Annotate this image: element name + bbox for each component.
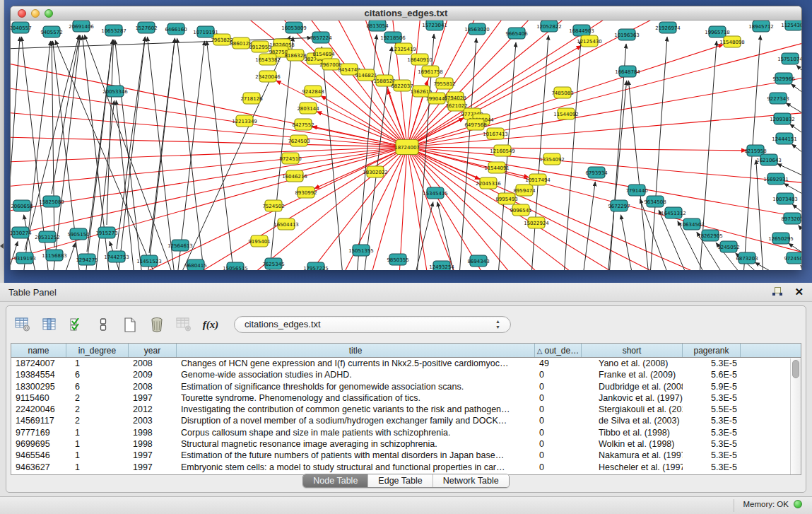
graph-node[interactable]: 13354092	[539, 153, 565, 165]
column-visibility-icon[interactable]	[40, 315, 59, 334]
graph-node[interactable]: 8813054	[366, 21, 389, 31]
graph-node[interactable]: 9724502	[784, 252, 801, 264]
graph-node[interactable]: 16844903	[569, 25, 594, 36]
graph-node[interactable]: 5905150	[67, 228, 89, 240]
graph-node[interactable]: 15692931	[763, 173, 789, 185]
graph-node[interactable]: 6497568	[464, 119, 486, 130]
new-table-icon[interactable]	[121, 315, 139, 334]
graph-node[interactable]: 7955812	[433, 78, 455, 89]
graph-node[interactable]: 9330274	[11, 227, 32, 238]
graph-node[interactable]: 1294275	[76, 254, 98, 265]
table-row[interactable]: 977716911998Corpus callosum shape and si…	[11, 427, 801, 438]
close-window-button[interactable]	[18, 9, 26, 18]
graph-node[interactable]: 12650295	[768, 233, 794, 244]
graph-node[interactable]: 19218506	[380, 32, 406, 43]
zoom-window-button[interactable]	[45, 9, 53, 18]
graph-node[interactable]: 15022924	[524, 217, 549, 228]
graph-node[interactable]: 23420046	[255, 71, 281, 82]
graph-node[interactable]: 12052822	[536, 21, 562, 32]
table-row[interactable]: 1872400712008Changes of HCN gene express…	[11, 358, 801, 369]
table-row[interactable]: 2242004622012Investigating the contribut…	[11, 404, 801, 415]
column-header-pagerank[interactable]: pagerank	[683, 344, 741, 357]
graph-node[interactable]: 7524502	[262, 200, 284, 211]
graph-node[interactable]: 9405572	[40, 26, 62, 37]
column-header-year[interactable]: year	[129, 344, 177, 357]
column-header-name[interactable]: name	[11, 344, 66, 357]
graph-node[interactable]: 11156883	[42, 250, 67, 261]
graph-node[interactable]: 11451523	[136, 255, 162, 267]
tab-network-table[interactable]: Network Table	[433, 474, 509, 487]
select-rows-icon[interactable]	[67, 315, 86, 334]
graph-node[interactable]: 8959474	[513, 185, 536, 196]
table-row[interactable]: 946362711997Embryonic stem cells: a mode…	[11, 462, 801, 473]
vertical-scrollbar[interactable]	[790, 358, 801, 474]
graph-node[interactable]: 9319193	[13, 252, 35, 264]
graph-node[interactable]: 8930992	[295, 187, 317, 198]
table-row[interactable]: 1456911722003Disruption of a novel membe…	[11, 415, 801, 426]
column-header-short[interactable]: short	[582, 344, 683, 357]
graph-node[interactable]: 8427552	[292, 119, 314, 130]
panel-splitter[interactable]	[0, 0, 4, 283]
column-header-in_degree[interactable]: in_degree	[66, 344, 129, 357]
graph-node[interactable]: 8186328	[284, 49, 306, 61]
row-height-icon[interactable]	[94, 315, 112, 334]
graph-node[interactable]: 2718126	[240, 93, 263, 104]
graph-node[interactable]: 10073483	[772, 193, 798, 204]
table-row[interactable]: 1830029562008Estimation of significance …	[11, 381, 801, 392]
graph-node[interactable]: 6466160	[165, 23, 187, 35]
column-header-title[interactable]: title	[177, 344, 535, 357]
graph-node[interactable]: 2040557	[11, 22, 32, 33]
table-settings-icon[interactable]	[13, 315, 32, 334]
graph-node[interactable]: 10196363	[614, 29, 640, 40]
graph-node[interactable]: 12093832	[770, 113, 795, 124]
graph-node[interactable]: 8995493	[495, 193, 517, 204]
graph-node[interactable]: 9227343	[767, 93, 789, 104]
memory-ok-indicator[interactable]	[794, 500, 802, 508]
table-row[interactable]: 969969511998Structural magnetic resonanc…	[11, 438, 801, 450]
graph-node[interactable]: 6793934	[585, 167, 608, 178]
table-row[interactable]: 1938455462009Genome-wide association stu…	[11, 369, 801, 380]
table-row[interactable]: 946554611997Estimation of the future num…	[11, 450, 801, 461]
graph-node[interactable]: 9242848	[302, 86, 324, 97]
minimize-window-button[interactable]	[31, 9, 40, 18]
graph-node[interactable]: 12444151	[772, 133, 797, 144]
graph-node[interactable]: 7625345	[262, 258, 284, 269]
graph-node[interactable]: 12325419	[391, 43, 416, 54]
graph-node[interactable]: 9680415	[184, 259, 206, 270]
graph-node[interactable]: 9245052	[717, 241, 739, 252]
delete-table-icon[interactable]	[148, 315, 166, 334]
graph-node[interactable]: 9096541	[510, 204, 531, 216]
tab-node-table[interactable]: Node Table	[303, 474, 367, 487]
tab-edge-table[interactable]: Edge Table	[367, 474, 432, 487]
window-titlebar[interactable]: citations_edges.txt	[11, 6, 801, 21]
network-canvas[interactable]: 2040557940557220691406106532871527602646…	[11, 21, 801, 270]
graph-node[interactable]: 7485083	[551, 87, 573, 98]
graph-node[interactable]: 8973203	[781, 213, 801, 224]
graph-node[interactable]: 11254309	[781, 21, 801, 30]
table-row[interactable]: 911546021997Tourette syndrome. Phenomeno…	[11, 392, 801, 404]
graph-node[interactable]: 9724510	[279, 153, 301, 164]
graph-node[interactable]: 9665406	[505, 28, 528, 39]
graph-node[interactable]: 2803144	[297, 103, 319, 114]
graph-node[interactable]: 18302022	[363, 166, 388, 177]
column-header-out_de[interactable]: △out_de…	[535, 344, 582, 357]
graph-node[interactable]: 2060650	[11, 200, 33, 211]
graph-node[interactable]: 16451312	[661, 207, 686, 218]
graph-node[interactable]: 16046216	[282, 170, 307, 182]
graph-node[interactable]: 8912955	[249, 41, 271, 52]
graph-node[interactable]: 10167413	[483, 128, 508, 139]
graph-node[interactable]: 9195401	[248, 235, 270, 247]
graph-node[interactable]: 16648784	[615, 66, 640, 77]
graph-node[interactable]: 8694343	[467, 255, 489, 267]
graph-node[interactable]: 15751074	[777, 53, 801, 64]
graph-node[interactable]: 18640910	[407, 54, 433, 65]
graph-node[interactable]: 16053809	[281, 22, 307, 33]
graph-node[interactable]: 1527602	[135, 22, 157, 33]
graph-node[interactable]: 6873203	[736, 252, 758, 264]
graph-hub-node[interactable]: 18724007	[394, 140, 420, 155]
import-table-icon[interactable]	[175, 315, 193, 334]
graph-node[interactable]: 7791440	[625, 185, 647, 196]
close-panel-icon[interactable]: ✕	[794, 286, 804, 298]
graph-node[interactable]: 20691406	[69, 21, 94, 32]
graph-node[interactable]: 15723041	[422, 21, 447, 30]
